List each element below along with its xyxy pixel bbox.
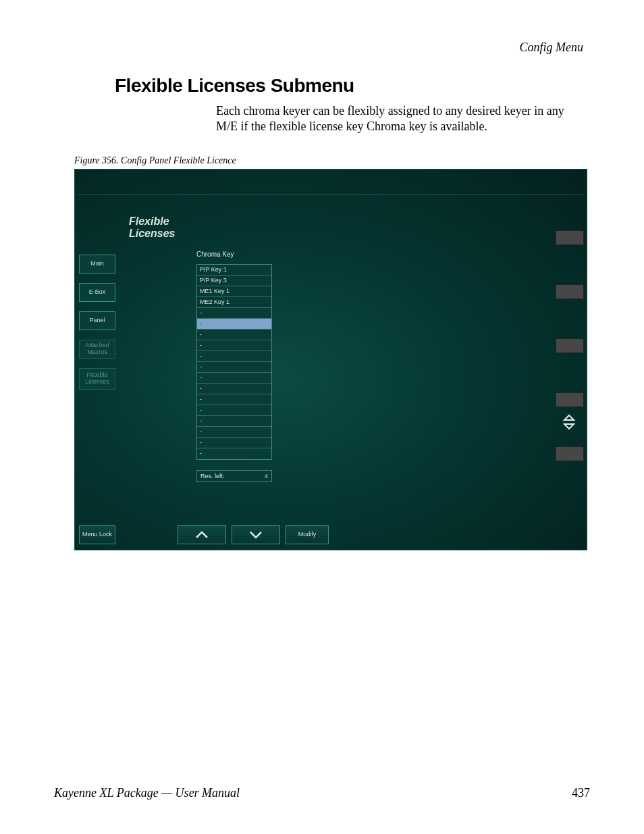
list-item-selected[interactable]: - [197,319,271,330]
tab-panel[interactable]: Panel [79,311,115,330]
knob-3[interactable] [556,338,584,353]
chroma-key-listbox[interactable]: P/P Key 1 P/P Key 3 ME1 Key 1 ME2 Key 1 … [196,264,272,460]
list-item[interactable]: - [197,405,271,416]
panel-title-line1: Flexible [129,215,169,227]
list-item[interactable]: ME2 Key 1 [197,297,271,308]
page-number: 437 [572,786,590,800]
page-footer: Kayenne XL Package — User Manual 437 [54,786,590,800]
section-title: Flexible Licenses Submenu [115,75,590,97]
panel-top-bar [78,172,584,195]
res-left-value: 4 [265,473,268,479]
intro-paragraph: Each chroma keyer can be flexibly assign… [216,103,576,135]
panel-title: Flexible Licenses [129,215,175,240]
list-item[interactable]: P/P Key 1 [197,265,271,276]
panel-title-line2: Licenses [129,228,175,239]
footer-product: Kayenne XL Package — User Manual [54,786,240,800]
list-item[interactable]: - [197,384,271,394]
tab-ebox[interactable]: E-Box [79,283,115,302]
up-arrow-button[interactable] [178,525,226,544]
bottom-bar: Menu Lock Modify [79,525,329,544]
menu-lock-button[interactable]: Menu Lock [79,525,115,544]
breadcrumb: Config Menu [54,41,590,55]
list-item[interactable]: - [197,362,271,373]
knob-1[interactable] [556,230,584,245]
tab-attached-macros[interactable]: Attached Macros [79,340,115,359]
res-left-row: Res. left: 4 [196,470,272,482]
column-header-chroma-key: Chroma Key [196,251,234,258]
knob-5[interactable] [556,446,584,461]
list-item[interactable]: - [197,427,271,438]
list-item[interactable]: - [197,351,271,362]
list-item[interactable]: - [197,438,271,448]
knob-4[interactable] [556,392,584,407]
down-arrow-button[interactable] [232,525,280,544]
config-panel-screenshot: Flexible Licenses Main E-Box Panel Attac… [74,169,587,550]
list-item[interactable]: - [197,330,271,340]
left-tabs: Main E-Box Panel Attached Macros Flexibl… [79,255,115,399]
list-item[interactable]: - [197,373,271,384]
updown-arrow-icon[interactable] [560,414,579,431]
figure-caption: Figure 356. Config Panel Flexible Licenc… [74,155,590,166]
knob-2[interactable] [556,284,584,299]
right-knob-column [552,203,587,541]
res-left-label: Res. left: [200,473,225,479]
modify-button[interactable]: Modify [286,525,329,544]
list-item[interactable]: - [197,448,271,459]
list-item[interactable]: ME1 Key 1 [197,286,271,297]
list-item[interactable]: P/P Key 3 [197,276,271,286]
tab-main[interactable]: Main [79,255,115,273]
tab-flexible-licenses[interactable]: Flexible Licenses [79,368,115,390]
list-item[interactable]: - [197,308,271,319]
list-item[interactable]: - [197,394,271,405]
list-item[interactable]: - [197,416,271,427]
list-item[interactable]: - [197,340,271,351]
